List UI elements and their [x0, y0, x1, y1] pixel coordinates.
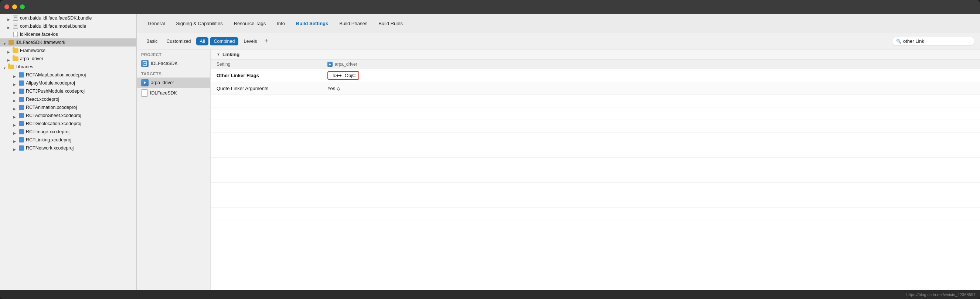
- collapse-icon: [13, 89, 17, 93]
- window-controls: [5, 5, 25, 9]
- combined-filter-button[interactable]: Combined: [210, 37, 239, 46]
- setting-name-label: Quote Linker Arguments: [216, 85, 268, 91]
- title-bar: [0, 0, 980, 14]
- collapse-icon: [13, 81, 17, 85]
- bottom-url: https://blog.csdn.net/weixin_42368597: [907, 293, 975, 297]
- collapse-icon: [13, 106, 17, 109]
- xcodeproj-icon: [19, 72, 24, 78]
- project-item[interactable]: IDLFaceSDK: [137, 59, 210, 69]
- sidebar-item-idl-license[interactable]: idl-license.face-ios: [0, 30, 136, 38]
- sidebar-item-rctactionsheet[interactable]: RCTActionSheet.xcodeproj: [0, 111, 136, 120]
- collapse-icon: [13, 146, 17, 150]
- empty-row: [211, 145, 980, 158]
- levels-filter-button[interactable]: Levels: [240, 37, 261, 46]
- sidebar-item-label: RCTJPushModule.xcodeproj: [26, 89, 84, 94]
- setting-name-cell: Other Linker Flags: [216, 73, 328, 78]
- maximize-button[interactable]: [20, 5, 25, 9]
- settings-table: ▼ Linking Setting ▶ arpa_driver: [211, 49, 980, 290]
- collapse-icon: [13, 122, 17, 125]
- collapse-icon: [13, 73, 17, 77]
- sidebar-item-rctlinking[interactable]: RCTLinking.xcodeproj: [0, 136, 136, 144]
- sidebar-item-libraries[interactable]: Libraries: [0, 63, 136, 71]
- tab-build-rules[interactable]: Build Rules: [373, 19, 408, 28]
- add-setting-button[interactable]: +: [262, 36, 271, 46]
- xcodeproj-icon: [19, 129, 24, 135]
- sidebar-item-alipaymodule[interactable]: AlipayModule.xcodeproj: [0, 79, 136, 87]
- collapse-icon: [13, 114, 17, 117]
- right-panel: General Signing & Capabilities Resource …: [137, 14, 980, 290]
- setting-value-cell: Yes ◇: [328, 85, 974, 91]
- sidebar-item-face-bundle[interactable]: com.baidu.idl.face.faceSDK.bundle: [0, 14, 136, 22]
- empty-row: [211, 120, 980, 133]
- sidebar-item-frameworks[interactable]: Frameworks: [0, 46, 136, 55]
- sidebar-item-label: Frameworks: [20, 48, 45, 53]
- table-row[interactable]: Quote Linker Arguments Yes ◇: [211, 82, 980, 95]
- tab-resource-tags[interactable]: Resource Tags: [229, 19, 271, 28]
- sidebar-item-model-bundle[interactable]: com.baidu.idl.face.model.bundle: [0, 22, 136, 30]
- empty-rows: [211, 95, 980, 220]
- sidebar-item-idlfacesdk[interactable]: IDLFaceSDK.framework: [0, 38, 136, 46]
- sidebar-item-label: RCTAnimation.xcodeproj: [26, 105, 77, 110]
- bottom-bar: https://blog.csdn.net/weixin_42368597: [0, 290, 980, 299]
- sidebar-item-label: arpa_driver: [20, 56, 43, 61]
- sidebar-item-rctjpushmodule[interactable]: RCTJPushModule.xcodeproj: [0, 87, 136, 95]
- empty-row: [211, 95, 980, 108]
- empty-row: [211, 183, 980, 195]
- folder-icon: [8, 64, 14, 70]
- close-button[interactable]: [5, 5, 9, 9]
- customized-filter-button[interactable]: Customized: [163, 37, 195, 46]
- content-area: PROJECT IDLFaceSDK TARGETS arpa_driver: [137, 49, 980, 290]
- sidebar-item-react[interactable]: React.xcodeproj: [0, 95, 136, 103]
- targets-section-label: TARGETS: [137, 69, 210, 78]
- empty-row: [211, 108, 980, 120]
- collapse-icon: [7, 57, 11, 60]
- tab-build-phases[interactable]: Build Phases: [334, 19, 372, 28]
- tab-general[interactable]: General: [143, 19, 170, 28]
- highlighted-value: -lc++ -ObjC: [328, 71, 359, 80]
- collapse-icon: [7, 16, 11, 20]
- sidebar-item-rctimage[interactable]: RCTImage.xcodeproj: [0, 128, 136, 136]
- sidebar-item-label: RCTNetwork.xcodeproj: [26, 146, 73, 150]
- setting-name-cell: Quote Linker Arguments: [216, 85, 328, 91]
- tab-info[interactable]: Info: [272, 19, 290, 28]
- header-target: ▶ arpa_driver: [328, 62, 974, 67]
- basic-filter-button[interactable]: Basic: [143, 37, 161, 46]
- project-icon: [141, 60, 148, 67]
- collapse-icon: [13, 98, 17, 101]
- setting-column-label: Setting: [216, 62, 230, 67]
- folder-icon: [13, 47, 19, 54]
- xcodeproj-icon: [19, 121, 24, 127]
- empty-row: [211, 158, 980, 170]
- sidebar-item-label: idl-license.face-ios: [20, 32, 58, 37]
- sidebar-item-label: com.baidu.idl.face.model.bundle: [20, 24, 86, 29]
- expand-icon: [3, 65, 6, 69]
- all-filter-button[interactable]: All: [196, 37, 209, 46]
- folder-icon: [13, 56, 19, 62]
- xcodeproj-icon: [19, 145, 24, 151]
- sidebar-item-rctgeolocation[interactable]: RCTGeolocation.xcodeproj: [0, 120, 136, 128]
- target-item-idlfacesdk[interactable]: IDLFaceSDK: [137, 88, 210, 98]
- sidebar-item-label: RCTLinking.xcodeproj: [26, 137, 71, 142]
- minimize-button[interactable]: [12, 5, 17, 9]
- project-section-label: PROJECT: [137, 49, 210, 59]
- expand-icon: [3, 41, 6, 44]
- section-header-label: Linking: [223, 52, 239, 57]
- search-box: 🔍: [893, 37, 974, 46]
- sidebar-item-rctamaplocation[interactable]: RCTAMapLocation.xcodeproj: [0, 71, 136, 79]
- tab-build-settings[interactable]: Build Settings: [291, 19, 333, 28]
- svg-marker-2: [144, 81, 146, 84]
- sidebar-item-rctanimation[interactable]: RCTAnimation.xcodeproj: [0, 103, 136, 111]
- setting-name-label: Other Linker Flags: [216, 73, 259, 78]
- sidebar-item-arpa-driver[interactable]: arpa_driver: [0, 55, 136, 63]
- search-input[interactable]: [903, 38, 971, 44]
- app-window: com.baidu.idl.face.faceSDK.bundle com.ba…: [0, 0, 980, 299]
- table-row[interactable]: Other Linker Flags -lc++ -ObjC: [211, 69, 980, 82]
- sidebar-item-rctnetwork[interactable]: RCTNetwork.xcodeproj: [0, 144, 136, 152]
- setting-value-label: Yes ◇: [328, 85, 974, 91]
- collapse-icon: [7, 49, 11, 52]
- tab-signing[interactable]: Signing & Capabilities: [171, 19, 228, 28]
- sidebar-item-label: AlipayModule.xcodeproj: [26, 81, 75, 85]
- sidebar-item-label: React.xcodeproj: [26, 97, 59, 102]
- linking-section-header[interactable]: ▼ Linking: [211, 49, 980, 60]
- target-item-arpa-driver[interactable]: arpa_driver: [137, 78, 210, 88]
